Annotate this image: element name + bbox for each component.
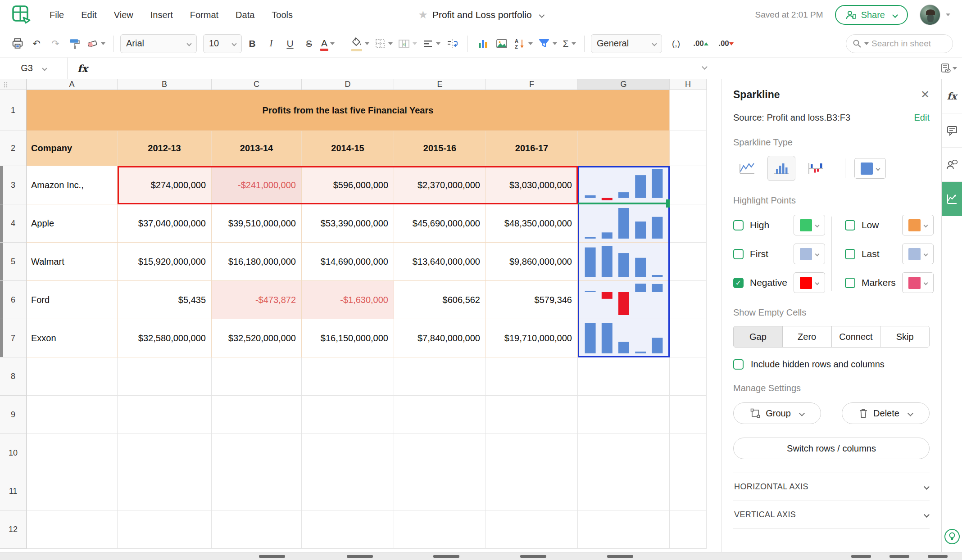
font-family-select[interactable]: Arial <box>120 34 197 53</box>
cell-B3[interactable]: $274,000,000 <box>118 166 212 204</box>
undo-button[interactable]: ↶ <box>28 35 45 53</box>
share-button[interactable]: Share <box>835 5 908 25</box>
filter-button[interactable] <box>536 35 559 53</box>
formula-input[interactable] <box>98 58 935 79</box>
low-checkbox[interactable] <box>845 220 855 230</box>
menu-edit[interactable]: Edit <box>81 10 96 20</box>
cell-C4[interactable]: $39,510,000,000 <box>212 204 302 243</box>
markers-color-select[interactable] <box>902 272 934 293</box>
cell-B6[interactable]: $5,435 <box>118 281 212 319</box>
cell-F11[interactable] <box>486 472 578 510</box>
insert-image-button[interactable] <box>493 35 510 53</box>
series-color-select[interactable] <box>854 158 886 179</box>
cell-C6[interactable]: -$473,872 <box>212 281 302 319</box>
cell-G8[interactable] <box>578 357 670 396</box>
fill-color-button[interactable] <box>349 35 371 53</box>
high-color-select[interactable] <box>794 215 825 235</box>
negative-color-select[interactable] <box>794 272 825 293</box>
row-header-1[interactable]: 1 <box>0 90 27 131</box>
cell-G9[interactable] <box>578 396 670 434</box>
cell-D6[interactable]: -$1,630,000 <box>302 281 394 319</box>
menu-data[interactable]: Data <box>236 10 254 20</box>
format-painter-button[interactable] <box>66 35 83 53</box>
cell-B4[interactable]: $37,040,000,000 <box>118 204 212 243</box>
cell-A11[interactable] <box>27 472 118 510</box>
col-header-E[interactable]: E <box>394 79 486 90</box>
cell-F9[interactable] <box>486 396 578 434</box>
cell-D10[interactable] <box>302 434 394 472</box>
row-header-12[interactable]: 12 <box>0 510 27 549</box>
cell-A9[interactable] <box>27 396 118 434</box>
cell-G2[interactable] <box>578 131 670 166</box>
cell-C3[interactable]: -$241,000,000 <box>212 166 302 204</box>
col-header-A[interactable]: A <box>27 79 118 90</box>
menu-format[interactable]: Format <box>190 10 218 20</box>
col-header-H[interactable]: H <box>670 79 707 90</box>
cell-F7[interactable]: $19,710,000,000 <box>486 319 578 357</box>
col-header-B[interactable]: B <box>118 79 212 90</box>
cell-G12[interactable] <box>578 510 670 549</box>
cell-header-C2[interactable]: 2013-14 <box>212 131 302 166</box>
cell-company-A3[interactable]: Amazon Inc., <box>27 166 118 204</box>
cell-sparkline-G4[interactable] <box>578 204 670 243</box>
row-header-8[interactable]: 8 <box>0 357 27 396</box>
title-chevron-icon[interactable] <box>539 12 545 18</box>
cell-D11[interactable] <box>302 472 394 510</box>
cell-header-E2[interactable]: 2015-16 <box>394 131 486 166</box>
cell-D12[interactable] <box>302 510 394 549</box>
cell-company-A6[interactable]: Ford <box>27 281 118 319</box>
cell-header-F2[interactable]: 2016-17 <box>486 131 578 166</box>
cell-H9[interactable] <box>670 396 707 434</box>
cell-sparkline-G5[interactable] <box>578 243 670 281</box>
cell-H1[interactable] <box>670 90 707 131</box>
cell-H3[interactable] <box>670 166 707 204</box>
cell-H11[interactable] <box>670 472 707 510</box>
cell-header-B2[interactable]: 2012-13 <box>118 131 212 166</box>
row-header-2[interactable]: 2 <box>0 131 27 166</box>
cell-D5[interactable]: $14,690,000,000 <box>302 243 394 281</box>
menu-view[interactable]: View <box>114 10 133 20</box>
col-header-D[interactable]: D <box>302 79 394 90</box>
cell-A12[interactable] <box>27 510 118 549</box>
last-color-select[interactable] <box>902 244 934 264</box>
sheet-view-button[interactable] <box>935 63 962 74</box>
cell-company-A5[interactable]: Walmart <box>27 243 118 281</box>
formulas-sidebar-button[interactable]: fx <box>942 79 962 113</box>
negative-checkbox[interactable]: ✓ <box>733 278 744 288</box>
include-hidden-checkbox[interactable] <box>733 359 744 370</box>
last-checkbox[interactable] <box>845 249 855 259</box>
font-size-select[interactable]: 10 <box>203 34 242 53</box>
cell-H6[interactable] <box>670 281 707 319</box>
cell-D4[interactable]: $53,390,000,000 <box>302 204 394 243</box>
cell-D3[interactable]: $596,000,000 <box>302 166 394 204</box>
cell-reference-box[interactable]: G3 <box>0 58 68 79</box>
cell-sparkline-G6[interactable] <box>578 281 670 319</box>
menu-insert[interactable]: Insert <box>150 10 173 20</box>
discuss-sidebar-button[interactable] <box>942 148 962 182</box>
cell-H10[interactable] <box>670 434 707 472</box>
cell-E12[interactable] <box>394 510 486 549</box>
low-color-select[interactable] <box>902 215 934 235</box>
cell-F4[interactable]: $48,350,000,000 <box>486 204 578 243</box>
cell-F3[interactable]: $3,030,000,000 <box>486 166 578 204</box>
cell-B5[interactable]: $15,920,000,000 <box>118 243 212 281</box>
group-button[interactable]: Group <box>733 402 821 424</box>
number-format-select[interactable]: General <box>591 34 662 53</box>
cell-sparkline-G3[interactable] <box>578 166 670 204</box>
section-vertical-axis[interactable]: VERTICAL AXIS <box>733 501 930 529</box>
document-title[interactable]: Profit and Loss portfolio <box>432 9 532 20</box>
switch-rows-columns-button[interactable]: Switch rows / columns <box>733 438 930 459</box>
cell-C5[interactable]: $16,180,000,000 <box>212 243 302 281</box>
cell-C8[interactable] <box>212 357 302 396</box>
comments-sidebar-button[interactable] <box>942 113 962 148</box>
cell-H2[interactable] <box>670 131 707 166</box>
col-header-F[interactable]: F <box>486 79 578 90</box>
menu-tools[interactable]: Tools <box>272 10 293 20</box>
cell-F8[interactable] <box>486 357 578 396</box>
cell-D9[interactable] <box>302 396 394 434</box>
cell-E5[interactable]: $13,640,000,000 <box>394 243 486 281</box>
cell-C7[interactable]: $32,520,000,000 <box>212 319 302 357</box>
row-header-10[interactable]: 10 <box>0 434 27 472</box>
avatar-caret-icon[interactable] <box>946 14 950 16</box>
select-all-corner[interactable] <box>0 79 27 90</box>
